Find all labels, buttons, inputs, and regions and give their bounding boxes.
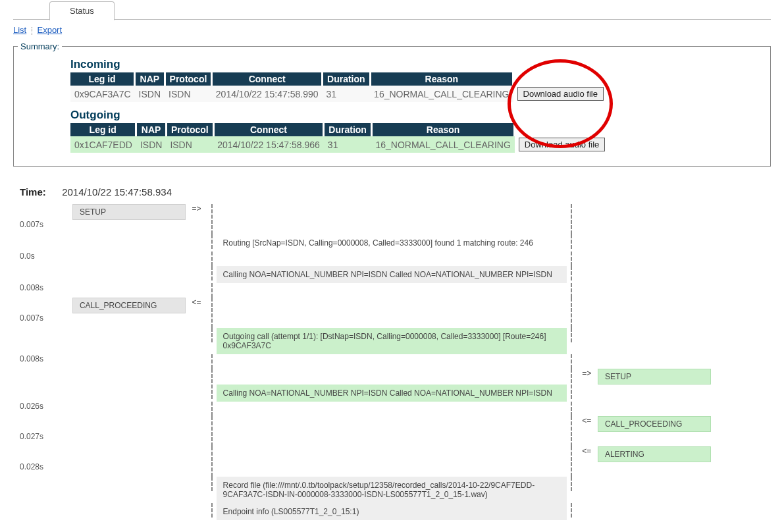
cell-duration: 31 [324, 136, 372, 153]
cell-nap: ISDN [136, 136, 166, 153]
col-leg-id: Leg id [70, 123, 136, 136]
incoming-section-title: Incoming [70, 58, 766, 71]
col-download [515, 123, 609, 136]
trace-left-event [72, 402, 186, 416]
trace-timestamp [20, 204, 72, 220]
trace-left-event [72, 283, 186, 298]
col-reason: Reason [370, 72, 513, 86]
download-audio-incoming-button[interactable]: Download audio file [517, 87, 604, 101]
trace-bar-left [207, 446, 216, 462]
trace-bar-right [567, 204, 575, 220]
link-list[interactable]: List [13, 25, 26, 35]
trace-left-event [72, 234, 186, 252]
trace-bar-left [207, 354, 216, 369]
trace-timestamp: 0.007s [20, 313, 72, 328]
trace-timestamp [20, 503, 72, 520]
trace-bar-right [567, 354, 575, 369]
trace-bar-right [567, 402, 575, 416]
cell-protocol: ISDN [166, 136, 213, 153]
trace-row: Calling NOA=NATIONAL_NUMBER NPI=ISDN Cal… [20, 385, 711, 402]
trace-left-arrow [186, 446, 207, 462]
trace-left-event [72, 446, 186, 462]
trace-bar-left [207, 503, 216, 520]
col-leg-id: Leg id [70, 72, 135, 86]
incoming-row: 0x9CAF3A7C ISDN ISDN 2014/10/22 15:47:58… [70, 86, 608, 102]
trace-timestamp: 0.026s [20, 402, 72, 416]
trace-right-arrow [576, 462, 598, 477]
trace-right-event: SETUP [598, 369, 711, 385]
trace-timestamp [20, 328, 72, 354]
tab-bar: Status [13, 0, 771, 20]
trace-timestamp [20, 298, 72, 313]
trace-left-arrow: => [186, 204, 207, 220]
outgoing-row: 0x1CAF7EDD ISDN ISDN 2014/10/22 15:47:58… [70, 136, 609, 153]
trace-right-arrow: => [576, 369, 598, 385]
trace-left-arrow [186, 252, 207, 266]
trace-row: Endpoint info (LS005577T1_2_0_15:1) [20, 503, 711, 520]
trace-bar-right [567, 369, 575, 385]
trace-right-arrow: <= [576, 416, 598, 432]
col-protocol: Protocol [165, 72, 212, 86]
trace-row: <=ALERTING [20, 446, 711, 462]
trace-mid-message [217, 313, 567, 328]
tab-status[interactable]: Status [49, 1, 115, 20]
event-box: CALL_PROCEEDING [72, 298, 186, 313]
trace-right-event [598, 477, 711, 503]
trace-timestamp [20, 385, 72, 402]
col-connect: Connect [212, 72, 323, 86]
trace-bar-left [207, 369, 216, 385]
trace-timestamp: 0.028s [20, 462, 72, 477]
trace-right-event [598, 283, 711, 298]
event-box: ALERTING [598, 446, 711, 462]
trace-bar-right [567, 462, 575, 477]
trace-row: 0.008s [20, 354, 711, 369]
trace-bar-right [567, 477, 575, 503]
trace-mid-message [217, 298, 567, 313]
trace-right-arrow [576, 234, 598, 252]
trace-bar-left [207, 462, 216, 477]
trace-left-event [72, 220, 186, 234]
trace-mid-message [217, 402, 567, 416]
trace-bar-right [567, 283, 575, 298]
message-text: Routing [SrcNap=ISDN, Calling=0000008, C… [217, 234, 567, 252]
trace-timestamp [20, 446, 72, 462]
trace-row: 0.007s [20, 220, 711, 234]
trace-bar-left [207, 416, 216, 432]
call-trace-table: SETUP=>0.007sRouting [SrcNap=ISDN, Calli… [20, 204, 711, 520]
col-nap: NAP [135, 72, 165, 86]
link-export[interactable]: Export [37, 25, 62, 35]
trace-right-event [598, 432, 711, 446]
message-text: Record file (file:///mnt/.0.tb/toolpack/… [217, 477, 567, 503]
trace-bar-right [567, 298, 575, 313]
trace-left-arrow [186, 328, 207, 354]
trace-right-event [598, 385, 711, 402]
trace-timestamp: 0.007s [20, 220, 72, 234]
message-text: Calling NOA=NATIONAL_NUMBER NPI=ISDN Cal… [217, 385, 567, 402]
trace-right-event [598, 328, 711, 354]
trace-right-arrow [576, 313, 598, 328]
trace-left-arrow [186, 313, 207, 328]
trace-mid-message [217, 432, 567, 446]
col-duration: Duration [324, 123, 372, 136]
trace-left-event [72, 477, 186, 503]
trace-row: 0.028s [20, 462, 711, 477]
trace-mid-message: Endpoint info (LS005577T1_2_0_15:1) [217, 503, 567, 520]
outgoing-table: Leg id NAP Protocol Connect Duration Rea… [70, 123, 610, 153]
trace-right-event [598, 298, 711, 313]
trace-bar-right [567, 234, 575, 252]
trace-timestamp [20, 416, 72, 432]
trace-left-arrow [186, 369, 207, 385]
trace-left-arrow [186, 402, 207, 416]
trace-left-event [72, 369, 186, 385]
trace-right-event [598, 252, 711, 266]
trace-bar-left [207, 313, 216, 328]
trace-left-event [72, 354, 186, 369]
trace-mid-message [217, 369, 567, 385]
trace-row: Record file (file:///mnt/.0.tb/toolpack/… [20, 477, 711, 503]
download-audio-outgoing-button[interactable]: Download audio file [519, 138, 605, 151]
trace-left-arrow [186, 220, 207, 234]
trace-bar-right [567, 446, 575, 462]
trace-mid-message [217, 283, 567, 298]
trace-bar-right [567, 313, 575, 328]
tab-status-label: Status [70, 6, 94, 16]
